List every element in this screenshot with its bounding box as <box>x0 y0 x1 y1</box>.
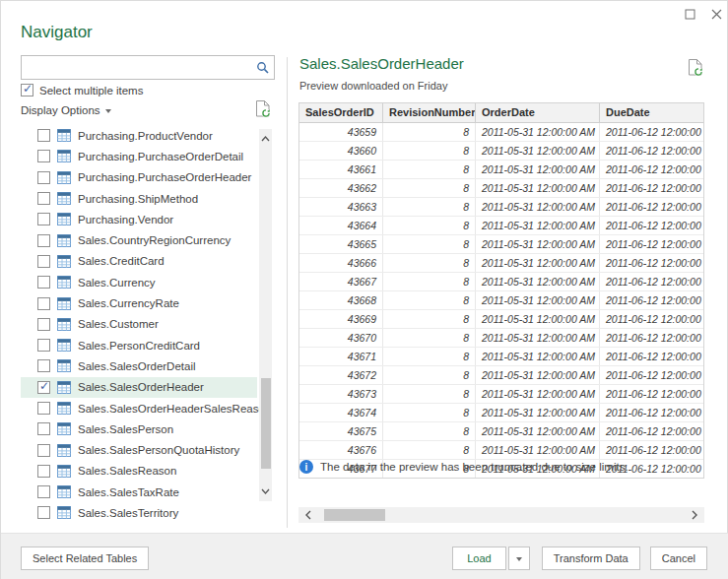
scroll-down-icon[interactable] <box>259 483 272 499</box>
table-icon <box>57 255 71 268</box>
list-item[interactable]: Sales.PersonCreditCard <box>21 335 257 355</box>
item-checkbox[interactable] <box>37 381 50 394</box>
display-options-label: Display Options <box>21 104 100 116</box>
display-options-dropdown[interactable]: Display Options <box>21 104 111 116</box>
table-name: Purchasing.Vendor <box>78 214 173 225</box>
search-input[interactable] <box>22 56 252 79</box>
table-row: 4367482011-05-31 12:00:00 AM2011-06-12 1… <box>299 404 703 422</box>
search-icon[interactable] <box>252 61 274 75</box>
scrollbar-thumb[interactable] <box>261 378 271 469</box>
table-name: Sales.SalesTaxRate <box>78 486 179 498</box>
table-name: Sales.SalesOrderHeader <box>78 381 204 393</box>
table-row: 4366282011-05-31 12:00:00 AM2011-06-12 1… <box>299 179 703 198</box>
item-checkbox[interactable] <box>37 444 50 457</box>
table-icon <box>57 444 71 457</box>
item-checkbox[interactable] <box>37 339 50 352</box>
list-item[interactable]: Sales.SalesPersonQuotaHistory <box>21 439 257 460</box>
scrollbar-thumb[interactable] <box>324 509 385 521</box>
maximize-icon[interactable] <box>683 7 696 21</box>
table-cell: 2011-06-12 12:00:00 <box>600 385 705 403</box>
refresh-preview-icon[interactable] <box>688 58 703 77</box>
item-checkbox[interactable] <box>37 234 50 247</box>
item-checkbox[interactable] <box>37 402 50 415</box>
close-icon[interactable] <box>709 7 723 21</box>
table-cell: 2011-06-12 12:00:00 <box>600 291 705 309</box>
list-item[interactable]: Purchasing.PurchaseOrderDetail <box>21 146 257 166</box>
table-cell: 2011-05-31 12:00:00 AM <box>476 310 600 328</box>
table-cell: 2011-06-12 12:00:00 <box>600 404 705 421</box>
table-icon <box>57 506 71 519</box>
table-row: 4366482011-05-31 12:00:00 AM2011-06-12 1… <box>299 217 703 235</box>
item-checkbox[interactable] <box>37 276 50 289</box>
item-checkbox[interactable] <box>37 485 50 498</box>
table-icon <box>57 129 71 142</box>
load-button[interactable]: Load <box>452 547 505 570</box>
table-cell: 8 <box>383 366 476 384</box>
select-multiple-checkbox[interactable] <box>21 84 33 96</box>
list-item[interactable]: Sales.Customer <box>21 314 257 335</box>
item-checkbox[interactable] <box>37 213 50 225</box>
table-name: Sales.CountryRegionCurrency <box>78 234 231 246</box>
table-cell: 8 <box>383 291 476 309</box>
table-cell: 2011-06-12 12:00:00 <box>600 422 705 440</box>
item-checkbox[interactable] <box>37 465 50 478</box>
select-multiple-row[interactable]: Select multiple items <box>21 84 143 96</box>
table-name: Sales.PersonCreditCard <box>78 340 200 352</box>
table-cell: 2011-05-31 12:00:00 AM <box>476 404 600 421</box>
scroll-left-icon[interactable] <box>300 507 316 523</box>
load-dropdown-button[interactable] <box>508 547 530 570</box>
table-icon <box>57 339 71 352</box>
item-checkbox[interactable] <box>37 255 50 268</box>
column-header: DueDate <box>600 103 705 122</box>
item-checkbox[interactable] <box>37 297 50 310</box>
list-item[interactable]: Sales.CurrencyRate <box>21 292 257 313</box>
item-checkbox[interactable] <box>37 192 50 205</box>
scroll-up-icon[interactable] <box>259 131 272 147</box>
list-item[interactable]: Sales.CountryRegionCurrency <box>21 229 257 250</box>
item-checkbox[interactable] <box>37 129 50 142</box>
item-checkbox[interactable] <box>37 318 50 331</box>
list-item[interactable]: Sales.SalesTaxRate <box>21 482 257 502</box>
table-name: Sales.CreditCard <box>78 255 165 267</box>
list-item[interactable]: Purchasing.ProductVendor <box>21 125 257 146</box>
preview-hscrollbar[interactable] <box>298 507 704 523</box>
item-checkbox[interactable] <box>37 359 50 372</box>
truncation-notice: The data in the preview has been truncat… <box>299 460 629 474</box>
table-cell: 8 <box>383 161 476 178</box>
list-item[interactable]: Sales.CreditCard <box>21 251 257 272</box>
list-item[interactable]: Purchasing.PurchaseOrderHeader <box>21 167 257 188</box>
table-cell: 2011-06-12 12:00:00 <box>600 273 705 290</box>
chevron-down-icon <box>105 109 111 113</box>
item-checkbox[interactable] <box>37 171 50 184</box>
scroll-right-icon[interactable] <box>687 507 702 523</box>
cancel-button[interactable]: Cancel <box>650 547 707 570</box>
list-scrollbar[interactable] <box>259 129 272 501</box>
list-item[interactable]: Purchasing.Vendor <box>21 209 257 229</box>
list-item[interactable]: Purchasing.ShipMethod <box>21 188 257 209</box>
table-cell: 2011-06-12 12:00:00 <box>600 179 705 197</box>
item-checkbox[interactable] <box>37 150 50 162</box>
list-item[interactable]: Sales.Currency <box>21 272 257 292</box>
table-name: Sales.SalesPersonQuotaHistory <box>78 444 239 456</box>
table-cell: 8 <box>383 441 476 459</box>
preview-subtitle: Preview downloaded on Friday <box>299 80 447 92</box>
list-item[interactable]: Sales.SalesTerritory <box>21 502 257 523</box>
table-cell: 8 <box>383 235 476 253</box>
list-item[interactable]: Sales.SalesReason <box>21 461 257 482</box>
table-name: Sales.CurrencyRate <box>78 297 179 309</box>
table-icon <box>57 318 71 331</box>
list-item[interactable]: Sales.SalesPerson <box>21 418 257 439</box>
list-item[interactable]: Sales.SalesOrderHeaderSalesReason <box>21 398 257 418</box>
transform-data-button[interactable]: Transform Data <box>542 547 640 570</box>
list-item[interactable]: Sales.SalesOrderHeader <box>21 377 257 398</box>
item-checkbox[interactable] <box>37 422 50 435</box>
refresh-preview-icon[interactable] <box>255 99 271 118</box>
select-related-tables-button[interactable]: Select Related Tables <box>21 547 149 570</box>
table-name: Sales.SalesReason <box>78 465 176 477</box>
table-cell: 8 <box>383 217 476 234</box>
table-cell: 8 <box>383 329 476 347</box>
table-cell: 2011-05-31 12:00:00 AM <box>476 385 600 403</box>
item-checkbox[interactable] <box>37 506 50 519</box>
list-item[interactable]: Sales.SalesOrderDetail <box>21 355 257 376</box>
table-row: 4367082011-05-31 12:00:00 AM2011-06-12 1… <box>299 329 703 348</box>
